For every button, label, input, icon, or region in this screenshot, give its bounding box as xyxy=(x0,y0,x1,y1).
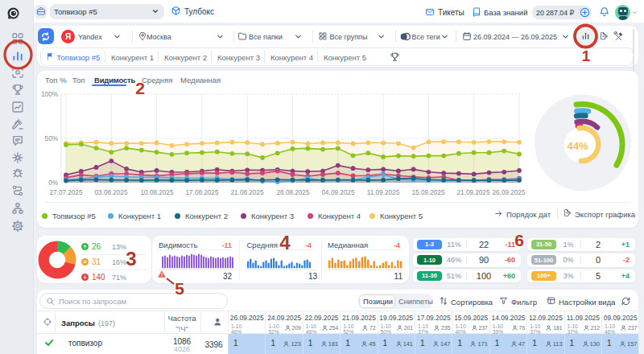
svg-text:44%: 44% xyxy=(567,140,588,152)
